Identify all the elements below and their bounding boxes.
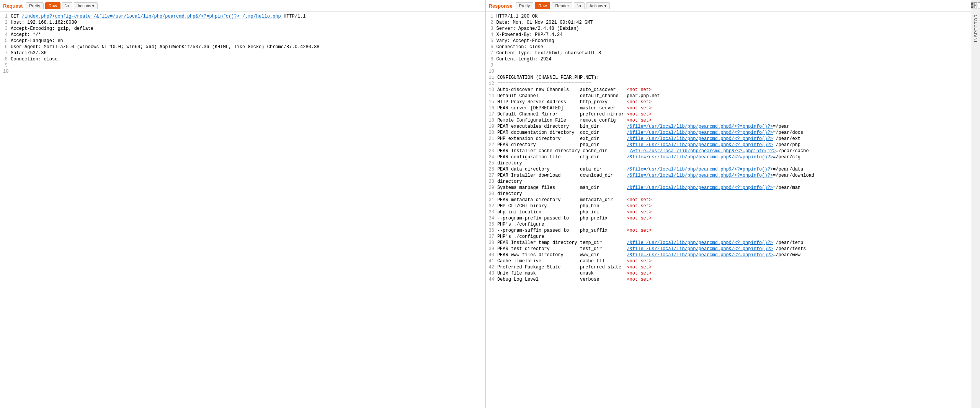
line-content: Connection: close: [11, 56, 60, 62]
table-row: 3Accept-Encoding: gzip, deflate: [0, 26, 485, 32]
line-number: 9: [486, 62, 497, 68]
line-content: Default Channel default_channel pear.php…: [497, 93, 663, 99]
main-content: Request Pretty Raw \n Actions 1GET /inde…: [0, 0, 980, 408]
line-number: 3: [486, 26, 497, 32]
response-newline-btn[interactable]: \n: [574, 2, 584, 9]
line-content: User-Agent: Mozilla/5.0 (Windows NT 10.0…: [11, 44, 323, 50]
table-row: 27PEAR Installer download download_dir /…: [486, 172, 971, 179]
response-title: Response: [489, 3, 513, 9]
line-content: GET /index.php?+config-create+/&file=/us…: [11, 13, 309, 20]
table-row: 2Date: Mon, 01 Nov 2021 00:01:42 GMT: [486, 20, 971, 26]
response-render-btn[interactable]: Render: [552, 2, 572, 9]
table-row: 4Accept: */*: [0, 32, 485, 38]
response-panel: Response Pretty Raw Render \n Actions 1H…: [486, 0, 971, 408]
line-number: 11: [486, 75, 497, 81]
line-number: 41: [486, 258, 497, 264]
table-row: 17Default Channel Mirror preferred_mirro…: [486, 111, 971, 117]
line-content: X-Powered-By: PHP/7.4.24: [497, 32, 566, 38]
response-actions-btn[interactable]: Actions: [586, 2, 610, 9]
table-row: 2Host: 192.168.1.162:8080: [0, 20, 485, 26]
line-content: Content-Type: text/html; charset=UTF-8: [497, 50, 604, 56]
line-content: Unix file mask umask <not set>: [497, 270, 655, 276]
line-number: 32: [486, 203, 497, 209]
table-row: 32PHP CLI/CGI binary php_bin <not set>: [486, 203, 971, 209]
inspector-label: INSPECTOR: [973, 14, 978, 42]
table-row: 3Server: Apache/2.4.48 (Debian): [486, 26, 971, 32]
table-row: 15HTTP Proxy Server Address http_proxy <…: [486, 99, 971, 105]
line-number: 8: [0, 56, 11, 62]
response-code-area: 1HTTP/1.1 200 OK2Date: Mon, 01 Nov 2021 …: [486, 12, 971, 408]
line-content: Systems manpage files man_dir /&file=/us…: [497, 185, 804, 191]
line-number: 34: [486, 215, 497, 221]
line-number: 44: [486, 276, 497, 283]
line-number: 4: [0, 32, 11, 38]
line-content: PEAR metadata directory metadata_dir <no…: [497, 197, 655, 203]
line-content: PEAR Installer download download_dir /&f…: [497, 172, 817, 179]
response-raw-btn[interactable]: Raw: [535, 2, 550, 9]
table-row: 11CONFIGURATION (CHANNEL PEAR.PHP.NET):: [486, 75, 971, 81]
table-row: 37PHP's ./configure: [486, 234, 971, 240]
line-content: Content-Length: 2924: [497, 56, 555, 62]
line-content: Default Channel Mirror preferred_mirror …: [497, 111, 655, 117]
line-content: PHP extension directory ext_dir /&file=/…: [497, 136, 804, 142]
line-number: 38: [486, 240, 497, 246]
line-content: [497, 62, 500, 68]
request-raw-btn[interactable]: Raw: [45, 2, 60, 9]
line-content: PEAR documentation directory doc_dir /&f…: [497, 130, 806, 136]
line-content: Server: Apache/2.4.48 (Debian): [497, 26, 582, 32]
line-number: 17: [486, 111, 497, 117]
line-number: 24: [486, 154, 497, 160]
line-number: 1: [486, 13, 497, 20]
line-number: 18: [486, 117, 497, 124]
line-content: PHP's ./configure: [497, 234, 547, 240]
line-number: 36: [486, 228, 497, 234]
response-header: Response Pretty Raw Render \n Actions: [486, 0, 971, 12]
line-content: Remote Configuration File remote_config …: [497, 117, 655, 124]
grid-icon[interactable]: ⊞: [971, 2, 973, 8]
table-row: 5Accept-Language: en: [0, 38, 485, 44]
line-content: Date: Mon, 01 Nov 2021 00:01:42 GMT: [497, 20, 596, 26]
line-content: Vary: Accept-Encoding: [497, 38, 557, 44]
table-row: 25directory: [486, 160, 971, 166]
list-icon[interactable]: ≡: [974, 2, 977, 8]
request-actions-btn[interactable]: Actions: [74, 2, 98, 9]
line-content: PHP's ./configure: [497, 221, 547, 228]
line-content: PEAR test directory test_dir /&file=/usr…: [497, 246, 809, 252]
line-number: 37: [486, 234, 497, 240]
line-number: 43: [486, 270, 497, 276]
minus-icon[interactable]: —: [978, 2, 980, 8]
line-number: 21: [486, 136, 497, 142]
line-number: 31: [486, 197, 497, 203]
line-number: 16: [486, 105, 497, 111]
request-code-area: 1GET /index.php?+config-create+/&file=/u…: [0, 12, 485, 408]
line-content: PEAR configuration file cfg_dir /&file=/…: [497, 154, 804, 160]
line-number: 22: [486, 142, 497, 148]
line-content: HTTP/1.1 200 OK: [497, 13, 541, 20]
line-content: Host: 192.168.1.162:8080: [11, 20, 80, 26]
table-row: 29Systems manpage files man_dir /&file=/…: [486, 185, 971, 191]
table-row: 41Cache TimeToLive cache_ttl <not set>: [486, 258, 971, 264]
line-number: 6: [0, 44, 11, 50]
line-content: PEAR Installer temp directory temp_dir /…: [497, 240, 806, 246]
line-content: Accept-Language: en: [11, 38, 66, 44]
line-content: PEAR data directory data_dir /&file=/usr…: [497, 166, 806, 172]
line-number: 15: [486, 99, 497, 105]
line-content: Connection: close: [497, 44, 546, 50]
line-content: Accept-Encoding: gzip, deflate: [11, 26, 96, 32]
request-pretty-btn[interactable]: Pretty: [26, 2, 44, 9]
line-content: directory: [497, 191, 525, 197]
table-row: 1GET /index.php?+config-create+/&file=/u…: [0, 13, 485, 20]
line-content: directory: [497, 179, 525, 185]
line-number: 40: [486, 252, 497, 258]
table-row: 20PEAR documentation directory doc_dir /…: [486, 130, 971, 136]
table-row: 24PEAR configuration file cfg_dir /&file…: [486, 154, 971, 160]
response-pretty-btn[interactable]: Pretty: [516, 2, 534, 9]
table-row: 35PHP's ./configure: [486, 221, 971, 228]
line-number: 7: [486, 50, 497, 56]
line-content: Accept: */*: [11, 32, 44, 38]
table-row: 18Remote Configuration File remote_confi…: [486, 117, 971, 124]
line-number: 26: [486, 166, 497, 172]
line-number: 8: [486, 56, 497, 62]
table-row: 42Preferred Package State preferred_stat…: [486, 264, 971, 270]
request-newline-btn[interactable]: \n: [62, 2, 72, 9]
